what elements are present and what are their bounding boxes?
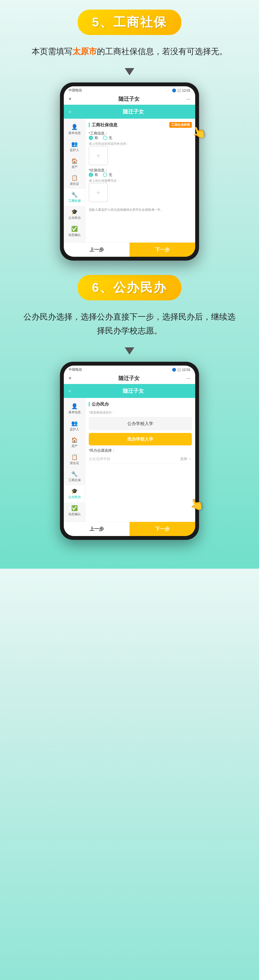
select-row-6[interactable]: 点击选择学校 选择 ＞ — [89, 454, 192, 464]
residence-icon-5: 📋 — [71, 175, 78, 181]
sub-header-5: ＜ 随迁子女 — [64, 105, 195, 119]
field2-label: *社保信息： 有 无 — [89, 168, 192, 177]
close-icon-6[interactable]: × — [68, 375, 72, 381]
field2-option-yes[interactable]: 有 — [89, 173, 98, 177]
school-icon-6: 🎓 — [71, 488, 78, 494]
guardian-label-5: 监护人 — [70, 148, 79, 152]
sidebar-item-school-6[interactable]: 🎓 公办民办 — [64, 485, 85, 502]
more-icon-5[interactable]: ··· — [186, 96, 191, 102]
field2-upload-label: 请上传社保缴费凭证： — [89, 178, 192, 183]
bizinsur-label-5: 工商社保 — [68, 199, 81, 203]
basic-icon-6: 👤 — [71, 403, 78, 409]
carrier-6: 中国电信 — [68, 368, 82, 372]
field1-label: *工商信息： 有 无 — [89, 131, 192, 140]
field2-radio-yes[interactable] — [89, 173, 93, 177]
sidebar-item-residence-5[interactable]: 📋 居住证 — [64, 172, 85, 189]
field2-option-no[interactable]: 无 — [103, 173, 112, 177]
sidebar-item-property-5[interactable]: 🏠 房产 — [64, 155, 85, 172]
status-right-6: 🔵 ⬜ 12:01 — [172, 368, 191, 372]
guardian-label-6: 监护人 — [70, 428, 79, 431]
back-arrow-5[interactable]: ＜ — [67, 108, 72, 115]
field1-radio-yes[interactable] — [89, 136, 93, 140]
phone-inner-6: 中国电信 🔵 ⬜ 12:01 × 随迁子女 ··· ＜ 随迁子女 — [64, 366, 195, 536]
sidebar-item-property-6[interactable]: 🏠 房产 — [64, 434, 85, 451]
sidebar-item-guardian-6[interactable]: 👥 监护人 — [64, 417, 85, 434]
option-public-6[interactable]: 公办学校入学 — [89, 417, 192, 430]
section5: 5、工商社保 本页需填写太原市的工商社保信息，若没有可选择无。 中国电信 🔵 ⬜… — [0, 10, 259, 275]
content-title-5: 工商社保信息 工商社保样照 — [89, 122, 192, 128]
sidebar-item-basic-6[interactable]: 👤 基本信息 — [64, 400, 85, 417]
residence-label-6: 居住证 — [70, 461, 79, 465]
sidebar-item-school-5[interactable]: 🎓 公办民办 — [64, 206, 85, 223]
sidebar-item-residence-6[interactable]: 📋 居住证 — [64, 451, 85, 468]
guardian-icon-5: 👥 — [71, 141, 78, 147]
bizinsur-icon-5: 🔧 — [71, 192, 78, 198]
sub-header-6: ＜ 随迁子女 — [64, 384, 195, 398]
app-body-5: 👤 基本信息 👥 监护人 🏠 房产 📋 — [64, 119, 195, 242]
field1-radio-no[interactable] — [103, 136, 107, 140]
property-label-5: 房产 — [72, 165, 78, 169]
status-bar-5: 中国电信 🔵 ⬜ 12:01 — [64, 86, 195, 94]
confirm-icon-6: ✅ — [71, 505, 78, 511]
option-private-6[interactable]: 民办学校入学 — [89, 433, 192, 445]
select-btn-6[interactable]: 选择 ＞ — [180, 457, 192, 461]
basic-label-5: 基本信息 — [68, 131, 81, 135]
next-btn-5[interactable]: 下一步 — [129, 243, 195, 257]
sidebar-item-basic-5[interactable]: 👤 基本信息 — [64, 121, 85, 138]
phone-inner-5: 中国电信 🔵 ⬜ 12:01 × 随迁子女 ··· ＜ 随迁子女 — [64, 86, 195, 257]
confirm-icon-5: ✅ — [71, 226, 78, 232]
status-right-5: 🔵 ⬜ 12:01 — [172, 89, 191, 92]
more-icon-6[interactable]: ··· — [186, 375, 191, 381]
bizinsur-icon-6: 🔧 — [71, 471, 78, 477]
property-label-6: 房产 — [72, 444, 78, 448]
section5-phone: 中国电信 🔵 ⬜ 12:01 × 随迁子女 ··· ＜ 随迁子女 — [60, 83, 199, 261]
prev-btn-6[interactable]: 上一步 — [64, 522, 129, 536]
section6-title: 6、公办民办 — [78, 275, 181, 301]
section5-title: 5、工商社保 — [78, 10, 181, 35]
residence-icon-6: 📋 — [71, 454, 78, 460]
sidebar-item-guardian-5[interactable]: 👥 监护人 — [64, 138, 85, 155]
field1-option-yes[interactable]: 有 — [89, 136, 98, 140]
next-btn-6[interactable]: 下一步 — [129, 522, 195, 536]
app-header-5: × 随迁子女 ··· — [64, 94, 195, 105]
field2-label-6: *民办志愿选择： — [89, 448, 192, 453]
sidebar-item-confirm-5[interactable]: ✅ 信息确认 — [64, 223, 85, 240]
field2-upload-box[interactable]: ＋ — [89, 183, 108, 202]
property-icon-5: 🏠 — [71, 158, 78, 164]
basic-label-6: 基本信息 — [68, 410, 81, 415]
section5-desc: 本页需填写太原市的工商社保信息，若没有可选择无。 — [32, 45, 227, 59]
field1-upload-box[interactable]: ＋ — [89, 146, 108, 165]
bt-icon-5: 🔵 — [172, 89, 176, 92]
sidebar-6: 👤 基本信息 👥 监护人 🏠 房产 📋 — [64, 398, 85, 522]
confirm-label-5: 信息确认 — [68, 233, 81, 237]
field2-radio-group: 有 无 — [89, 173, 192, 177]
bizinsur-label-6: 工商社保 — [68, 478, 81, 482]
close-icon-5[interactable]: × — [68, 96, 72, 102]
prev-btn-5[interactable]: 上一步 — [64, 243, 129, 257]
battery-6: ⬜ — [177, 368, 181, 372]
phone-outer-6: 中国电信 🔵 ⬜ 12:01 × 随迁子女 ··· ＜ 随迁子女 — [60, 362, 199, 540]
app-footer-5: 上一步 下一步 — [64, 242, 195, 257]
battery-5: ⬜ — [177, 89, 181, 92]
sidebar-item-bizinsur-6[interactable]: 🔧 工商社保 — [64, 468, 85, 485]
back-arrow-6[interactable]: ＜ — [67, 387, 72, 395]
field3-info: 适龄儿童监护人依法连续缴纳太原市社会保险满一年。 — [89, 205, 192, 215]
field1-radio-group: 有 无 — [89, 136, 192, 140]
field1-row: *工商信息： 有 无 — [89, 131, 192, 165]
school-label-6: 公办民办 — [68, 495, 81, 500]
header-title-6: 随迁子女 — [72, 375, 187, 382]
app-body-6: 👤 基本信息 👥 监护人 🏠 房产 📋 — [64, 398, 195, 522]
sidebar-item-confirm-6[interactable]: ✅ 信息确认 — [64, 502, 85, 519]
field1-option-no[interactable]: 无 — [103, 136, 112, 140]
phone-outer-5: 中国电信 🔵 ⬜ 12:01 × 随迁子女 ··· ＜ 随迁子女 — [60, 83, 199, 261]
guardian-icon-6: 👥 — [71, 420, 78, 426]
section6: 6、公办民办 公办民办选择，选择公办直接下一步，选择民办后，继续选择民办学校志愿… — [0, 275, 259, 554]
section5-arrow — [125, 68, 134, 75]
select-placeholder-6: 点击选择学校 — [89, 457, 110, 461]
section6-desc: 公办民办选择，选择公办直接下一步，选择民办后，继续选择民办学校志愿。 — [22, 310, 237, 338]
time-5: 12:01 — [182, 89, 191, 92]
sidebar-item-bizinsur-5[interactable]: 🔧 工商社保 — [64, 189, 85, 206]
sample-badge-5[interactable]: 工商社保样照 — [169, 122, 192, 128]
field2-radio-no[interactable] — [103, 173, 107, 177]
status-bar-6: 中国电信 🔵 ⬜ 12:01 — [64, 366, 195, 373]
